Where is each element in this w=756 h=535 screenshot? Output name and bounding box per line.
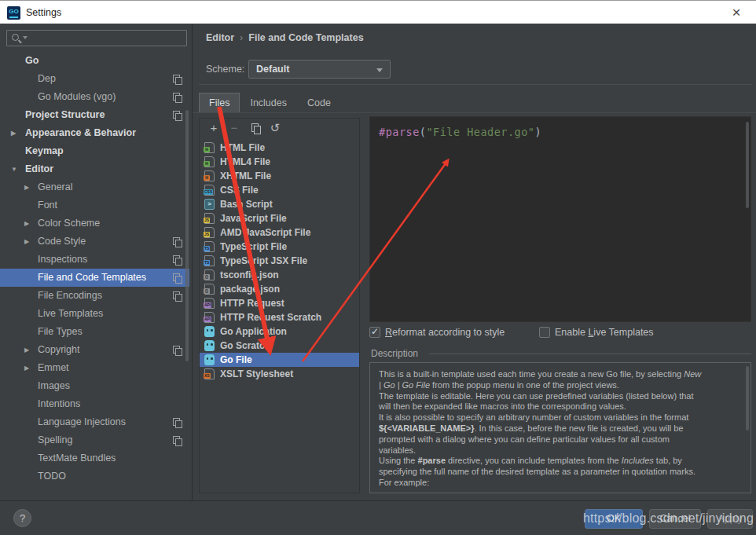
template-item-amd-javascript-file[interactable]: JSAMD JavaScript File (200, 225, 359, 240)
chevron-right-icon[interactable]: ▶ (24, 233, 29, 251)
dialog-footer: ? OK Cancel Apply https://blog.csdn.net/… (0, 500, 756, 535)
sidebar-item-label: Spelling (38, 431, 72, 449)
scheme-dropdown[interactable]: Default (248, 60, 391, 79)
template-item-http-request[interactable]: APIHTTP Request (200, 296, 359, 310)
template-item-go-scratch[interactable]: Go Scratch (200, 339, 359, 353)
tab-underline (193, 112, 756, 113)
template-item-typescript-jsx-file[interactable]: TSTypeScript JSX File (200, 254, 359, 268)
description-line: variables. (379, 445, 737, 456)
template-list-panel: +−↺ HHTML FileHHTML4 FileHXHTML FileCSSC… (199, 118, 360, 493)
file-type-badge: JS (204, 232, 210, 237)
sidebar-item-color-scheme[interactable]: ▶Color Scheme (0, 214, 189, 233)
tab-files[interactable]: Files (199, 93, 240, 112)
checkbox-unchecked-icon[interactable] (539, 327, 550, 338)
description-line: | Go | Go File from the popup menu in on… (379, 380, 737, 391)
file-type-badge: API (204, 302, 211, 308)
sidebar-item-spelling[interactable]: Spelling (0, 431, 189, 449)
chevron-right-icon[interactable]: ▶ (24, 341, 29, 359)
sidebar-item-go[interactable]: Go (0, 52, 189, 70)
settings-tree: GoDepGo Modules (vgo)Project Structure▶A… (0, 52, 189, 500)
sidebar-item-file-encodings[interactable]: File Encodings (0, 287, 189, 305)
sidebar-item-appearance-behavior[interactable]: ▶Appearance & Behavior (0, 124, 189, 142)
goland-app-icon: GO (7, 6, 20, 20)
shared-settings-icon (173, 346, 182, 355)
file-type-icon: TS (204, 241, 215, 252)
sidebar-item-dep[interactable]: Dep (0, 70, 189, 88)
add-template-icon[interactable]: + (206, 119, 222, 137)
sidebar-item-label: Copyright (38, 341, 80, 359)
description-title: Description (371, 348, 418, 359)
editor-scrollbar[interactable] (746, 122, 749, 208)
template-item-javascript-file[interactable]: JSJavaScript File (200, 211, 359, 225)
file-type-badge: XS (204, 373, 211, 379)
sidebar-scrollbar[interactable] (185, 110, 189, 361)
chevron-right-icon[interactable]: ▶ (24, 178, 29, 196)
close-icon[interactable]: × (726, 2, 747, 23)
sidebar-item-go-modules-vgo-[interactable]: Go Modules (vgo) (0, 88, 189, 106)
sidebar-item-code-style[interactable]: ▶Code Style (0, 233, 189, 251)
sidebar-item-label: Code Style (38, 233, 86, 251)
template-item-package-json[interactable]: {}package.json (200, 282, 359, 296)
sidebar-item-label: TODO (38, 467, 66, 486)
description-line: prompted with a dialog where you can def… (379, 434, 737, 445)
template-tabs: FilesIncludesCode (199, 93, 341, 112)
template-item-css-file[interactable]: CSSCSS File (200, 183, 359, 197)
sidebar-item-keymap[interactable]: Keymap (0, 142, 189, 160)
template-item-bash-script[interactable]: >Bash Script (200, 197, 359, 211)
template-item-label: CSS File (220, 183, 259, 197)
copy-template-icon[interactable] (251, 123, 260, 133)
sidebar-item-project-structure[interactable]: Project Structure (0, 106, 189, 124)
reset-template-icon[interactable]: ↺ (267, 119, 283, 137)
template-item-http-request-scratch[interactable]: APIHTTP Request Scratch (200, 310, 359, 324)
sidebar-item-font[interactable]: Font (0, 196, 189, 214)
template-item-xhtml-file[interactable]: HXHTML File (200, 169, 359, 183)
sidebar-item-live-templates[interactable]: Live Templates (0, 305, 189, 323)
sidebar-item-label: Project Structure (25, 106, 105, 124)
sidebar-item-editor[interactable]: ▼Editor (0, 160, 189, 178)
sidebar-item-todo[interactable]: TODO (0, 467, 189, 486)
template-item-go-application[interactable]: Go Application (200, 324, 359, 339)
template-item-label: tsconfig.json (220, 268, 279, 282)
sidebar-item-label: Color Scheme (38, 214, 100, 233)
sidebar-item-images[interactable]: Images (0, 377, 189, 395)
chevron-right-icon[interactable]: ▶ (24, 359, 29, 377)
sidebar-item-textmate-bundles[interactable]: TextMate Bundles (0, 449, 189, 467)
title-bar: GO Settings × (0, 0, 756, 24)
file-type-badge: API (204, 317, 211, 322)
sidebar-item-emmet[interactable]: ▶Emmet (0, 359, 189, 377)
file-type-icon (204, 340, 215, 351)
search-input[interactable] (6, 30, 187, 46)
breadcrumb: Editor›File and Code Templates (206, 32, 364, 43)
description-line: Using the #parse directive, you can incl… (379, 456, 737, 467)
sidebar-item-label: General (38, 178, 72, 196)
sidebar-item-language-injections[interactable]: Language Injections (0, 413, 189, 431)
chevron-right-icon[interactable]: ▶ (11, 124, 16, 142)
template-item-html-file[interactable]: HHTML File (200, 141, 359, 155)
template-item-typescript-file[interactable]: TSTypeScript File (200, 240, 359, 254)
sidebar-item-copyright[interactable]: ▶Copyright (0, 341, 189, 359)
scheme-value: Default (256, 64, 289, 75)
sidebar-item-file-and-code-templates[interactable]: File and Code Templates (0, 269, 189, 287)
template-item-html4-file[interactable]: HHTML4 File (200, 155, 359, 169)
sidebar-item-label: Live Templates (38, 305, 103, 323)
help-button[interactable]: ? (13, 509, 31, 527)
scheme-label: Scheme: (206, 64, 244, 75)
template-item-tsconfig-json[interactable]: {}tsconfig.json (200, 268, 359, 282)
template-editor[interactable]: #parse("File Header.go") (369, 116, 751, 322)
tab-includes[interactable]: Includes (240, 93, 297, 112)
sidebar-item-file-types[interactable]: File Types (0, 323, 189, 341)
sidebar-item-intentions[interactable]: Intentions (0, 395, 189, 413)
description-scrollbar[interactable] (746, 366, 749, 431)
description-line: It is also possible to specify an arbitr… (379, 412, 737, 423)
sidebar-item-inspections[interactable]: Inspections (0, 251, 189, 269)
tab-code[interactable]: Code (297, 93, 341, 112)
sidebar-item-general[interactable]: ▶General (0, 178, 189, 196)
template-item-xslt-stylesheet[interactable]: XSXSLT Stylesheet (200, 367, 359, 381)
remove-template-icon[interactable]: − (226, 119, 242, 137)
checkbox-checked-icon[interactable] (369, 327, 380, 338)
chevron-down-icon[interactable]: ▼ (11, 160, 17, 178)
sidebar-item-label: Language Injections (38, 413, 126, 431)
chevron-right-icon[interactable]: ▶ (24, 214, 29, 233)
breadcrumb-editor[interactable]: Editor (206, 32, 234, 43)
template-item-go-file[interactable]: Go File (200, 353, 359, 367)
